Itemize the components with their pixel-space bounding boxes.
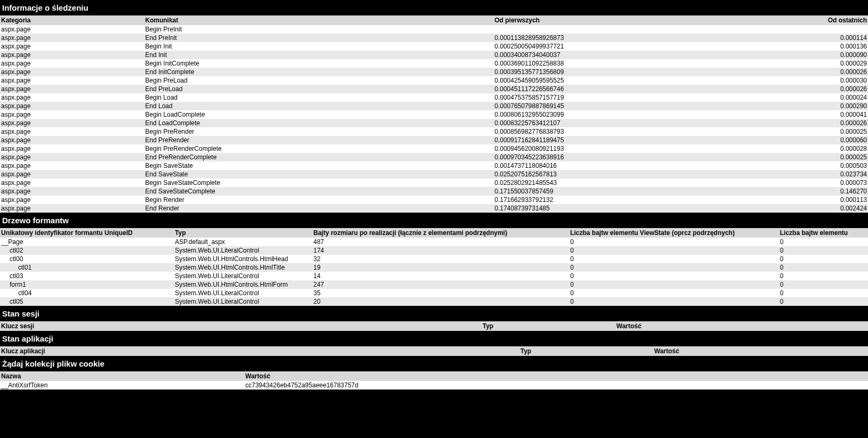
cell-message: End PreRenderComplete (144, 153, 493, 161)
cell-controlstate: 0 (779, 297, 868, 306)
cell-from-last: 0.000290 (817, 102, 868, 110)
cell-from-last: 0.000073 (817, 179, 868, 187)
cell-cookie-value: cc73943426eb4752a95aeee16783757d (244, 381, 868, 390)
cell-message: Begin PreRender (144, 127, 493, 136)
table-row: aspx.pageBegin Render0.1716629337921320.… (0, 196, 868, 204)
th-cookie-value: Wartość (244, 371, 868, 381)
cell-message: End LoadComplete (144, 119, 493, 127)
cell-from-last: 0.000026 (817, 119, 868, 127)
cell-type: System.Web.UI.HtmlControls.HtmlHead (174, 255, 312, 263)
cell-message: Begin SaveState (144, 161, 493, 170)
cell-type: System.Web.UI.LiteralControl (174, 246, 312, 255)
table-row: aspx.pageEnd PreRenderComplete0.00097034… (0, 153, 868, 161)
table-row: aspx.pageEnd Init0.000340087340400370.00… (0, 51, 868, 59)
cell-viewstate: 0 (569, 255, 778, 263)
cell-type: ASP.default_aspx (174, 238, 312, 246)
cell-category: aspx.page (0, 119, 144, 127)
cell-from-first: 0.000917162841189475 (493, 136, 817, 144)
table-row: aspx.pageEnd PreLoad0.000451117226566746… (0, 85, 868, 93)
cell-from-last: 0.000060 (817, 136, 868, 144)
cell-from-first: 0.0252802921485543 (493, 179, 817, 187)
table-row: aspx.pageBegin Load0.0004753758571577190… (0, 93, 868, 102)
cell-message: End Render (144, 204, 493, 213)
cell-from-first (493, 25, 817, 34)
cell-from-last: 0.000030 (817, 76, 868, 85)
cell-viewstate: 0 (569, 246, 778, 255)
th-session-key: Klucz sesji (0, 321, 481, 331)
cell-category: aspx.page (0, 51, 144, 59)
control-tree-table: Unikatowy identyfikator formantu UniqueI… (0, 228, 868, 306)
cell-from-last: 0.002424 (817, 204, 868, 213)
cell-message: Begin PreInit (144, 25, 493, 34)
table-row: __AntiXsrfTokencc73943426eb4752a95aeee16… (0, 381, 868, 390)
cell-from-last: 0.023734 (817, 170, 868, 179)
table-row: aspx.pageEnd PreInit0.000113828958926873… (0, 34, 868, 42)
th-uid: Unikatowy identyfikator formantu UniqueI… (0, 228, 174, 238)
cell-uid: __Page (0, 238, 174, 246)
cell-type: System.Web.UI.HtmlControls.HtmlForm (174, 280, 312, 289)
cell-render: 32 (312, 255, 569, 263)
cell-from-last: 0.000090 (817, 51, 868, 59)
table-row: ctl04System.Web.UI.LiteralControl3500 (0, 289, 868, 297)
cell-from-last: 0.000024 (817, 93, 868, 102)
table-row: aspx.pageEnd SaveStateComplete0.17155003… (0, 187, 868, 196)
cell-render: 20 (312, 297, 569, 306)
th-type: Typ (174, 228, 312, 238)
cell-from-last: 0.000029 (817, 59, 868, 68)
cell-message: End Init (144, 51, 493, 59)
cell-category: aspx.page (0, 42, 144, 51)
cell-from-first: 0.000395135771356809 (493, 68, 817, 76)
cookies-title: Żądaj kolekcji plikw cookie (0, 356, 868, 371)
cookies-table: Nazwa Wartość __AntiXsrfTokencc73943426e… (0, 371, 868, 390)
table-row: aspx.pageBegin LoadComplete0.00080613295… (0, 110, 868, 119)
cell-viewstate: 0 (569, 272, 778, 280)
table-row: aspx.pageBegin PreLoad0.0004254590595955… (0, 76, 868, 85)
cell-controlstate: 0 (779, 238, 868, 246)
cell-category: aspx.page (0, 204, 144, 213)
cell-category: aspx.page (0, 85, 144, 93)
cell-controlstate: 0 (779, 246, 868, 255)
cell-message: Begin InitComplete (144, 59, 493, 68)
cell-controlstate: 0 (779, 280, 868, 289)
cell-category: aspx.page (0, 68, 144, 76)
th-message: Komunikat (144, 15, 493, 25)
th-app-value: Wartość (653, 346, 868, 356)
cell-message: End SaveStateComplete (144, 187, 493, 196)
cell-from-last: 0.000026 (817, 85, 868, 93)
cell-from-first: 0.000765079887869145 (493, 102, 817, 110)
table-row: ctl05System.Web.UI.LiteralControl2000 (0, 297, 868, 306)
table-row: aspx.pageEnd PreRender0.0009171628411894… (0, 136, 868, 144)
table-row: ctl02System.Web.UI.LiteralControl17400 (0, 246, 868, 255)
th-from-last: Od ostatnich (817, 15, 868, 25)
cell-from-last: 0.000113 (817, 196, 868, 204)
th-session-value: Wartość (615, 321, 868, 331)
cell-from-last (817, 25, 868, 34)
cell-uid: ctl05 (0, 297, 174, 306)
cell-message: Begin Load (144, 93, 493, 102)
cell-from-first: 0.0252075162567813 (493, 170, 817, 179)
cell-category: aspx.page (0, 25, 144, 34)
cell-category: aspx.page (0, 76, 144, 85)
cell-message: Begin PreRenderComplete (144, 144, 493, 153)
table-row: aspx.pageEnd Render0.174087397314850.002… (0, 204, 868, 213)
cell-controlstate: 0 (779, 289, 868, 297)
cell-from-first: 0.000113828958926873 (493, 34, 817, 42)
cell-from-first: 0.00034008734040037 (493, 51, 817, 59)
cell-from-last: 0.000026 (817, 68, 868, 76)
th-viewstate-bytes: Liczba bajtw elementu ViewState (oprcz p… (569, 228, 778, 238)
cell-message: Begin Render (144, 196, 493, 204)
cell-from-last: 0.146270 (817, 187, 868, 196)
cell-uid: ctl02 (0, 246, 174, 255)
cell-viewstate: 0 (569, 238, 778, 246)
cell-from-first: 0.000250050499937721 (493, 42, 817, 51)
cell-message: Begin Init (144, 42, 493, 51)
th-app-type: Typ (519, 346, 653, 356)
cell-category: aspx.page (0, 127, 144, 136)
cell-from-last: 0.000136 (817, 42, 868, 51)
cell-from-first: 0.000945620080921193 (493, 144, 817, 153)
cell-viewstate: 0 (569, 280, 778, 289)
cell-from-last: 0.000503 (817, 161, 868, 170)
table-row: aspx.pageBegin PreRender0.00085698277683… (0, 127, 868, 136)
cell-message: End PreRender (144, 136, 493, 144)
table-row: ctl03System.Web.UI.LiteralControl1400 (0, 272, 868, 280)
